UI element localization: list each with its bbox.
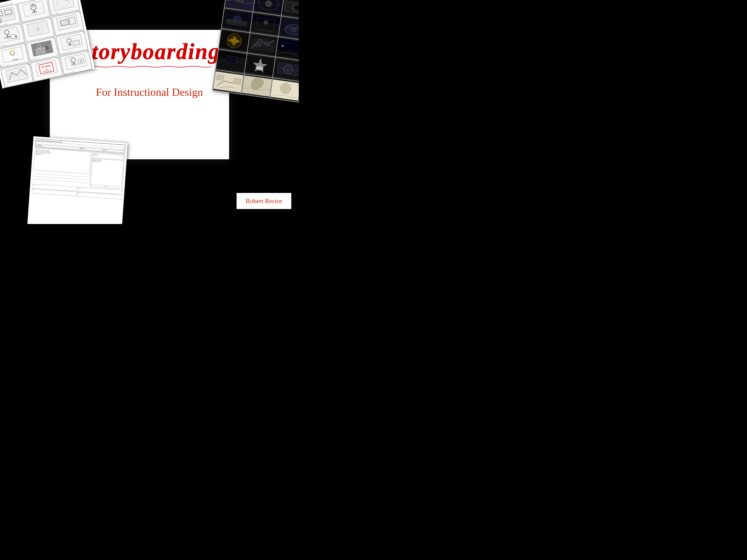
sw-cell-5 bbox=[250, 12, 281, 36]
sw-cell-12 bbox=[273, 57, 299, 81]
cell-art: 🔙 bbox=[62, 52, 91, 74]
sw-cell-7 bbox=[219, 29, 250, 53]
cell-art bbox=[28, 38, 57, 60]
cell-art bbox=[0, 25, 23, 47]
subtitle: For Instructional Design bbox=[96, 86, 203, 99]
main-title: Storyboarding bbox=[78, 38, 220, 69]
svg-rect-95 bbox=[256, 42, 261, 46]
svg-rect-104 bbox=[226, 55, 237, 64]
cell-art bbox=[53, 12, 82, 34]
sw-cell-15 bbox=[270, 78, 299, 102]
cell-art: AHA! bbox=[0, 45, 27, 67]
cell-art: © bbox=[24, 19, 53, 41]
svg-line-35 bbox=[11, 49, 12, 50]
template-right-area: Frame No.Instructional design. Play, Pla… bbox=[89, 152, 125, 189]
svg-rect-6 bbox=[23, 1, 45, 17]
sw-cell-10 bbox=[216, 50, 247, 73]
cell-art bbox=[20, 0, 49, 21]
template-main-section: ID this is your 6 first time using the p… bbox=[32, 148, 125, 189]
right-storyboard-image bbox=[212, 0, 299, 103]
template-left-area: ID this is your 6 first time using the p… bbox=[32, 148, 91, 187]
svg-rect-113 bbox=[216, 74, 224, 81]
svg-rect-81 bbox=[234, 16, 241, 21]
title-decoration bbox=[78, 66, 220, 68]
svg-rect-12 bbox=[52, 0, 75, 11]
sw-storyboard-grid bbox=[212, 0, 299, 103]
sw-cell-6 bbox=[279, 17, 299, 40]
sw-cell-8 bbox=[248, 33, 278, 56]
svg-rect-45 bbox=[60, 34, 83, 50]
svg-rect-59 bbox=[65, 54, 87, 70]
svg-rect-114 bbox=[234, 78, 241, 84]
author-box: Robert Rector bbox=[236, 193, 291, 209]
sw-cell-4 bbox=[222, 8, 253, 32]
template-box-notes: design. Play, Play andplay buttons to cl… bbox=[91, 158, 124, 187]
sw-cell-9 bbox=[276, 37, 299, 60]
svg-rect-43 bbox=[45, 45, 49, 50]
cell-art bbox=[3, 64, 32, 86]
svg-rect-0 bbox=[0, 7, 16, 23]
bottom-storyboard-template: Program Name: Video Studio Use Asserting… bbox=[27, 136, 128, 224]
author-name: Robert Rector bbox=[246, 197, 282, 205]
svg-rect-96 bbox=[264, 42, 270, 46]
cell-art bbox=[0, 5, 19, 27]
cell-art bbox=[57, 32, 86, 54]
svg-rect-18 bbox=[0, 27, 20, 43]
cell-art: This Week: My Storyboard bbox=[32, 58, 61, 80]
sw-cell-14 bbox=[241, 74, 272, 98]
template-narration-text: ID this is your 6 first time using the p… bbox=[33, 148, 91, 174]
sw-cell-11 bbox=[244, 54, 275, 77]
sw-cell-13 bbox=[213, 70, 244, 94]
svg-rect-53 bbox=[6, 66, 28, 82]
